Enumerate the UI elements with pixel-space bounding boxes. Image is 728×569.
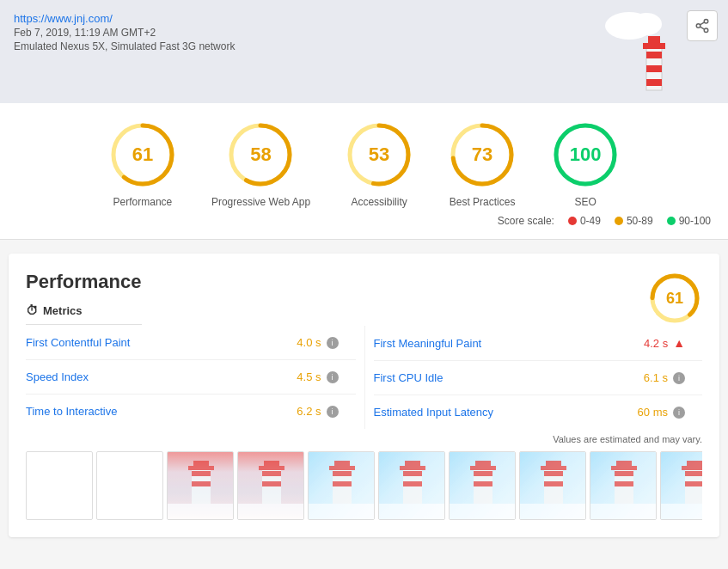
info-icon[interactable]: i xyxy=(673,372,685,384)
svg-rect-73 xyxy=(590,504,657,520)
perf-header: Performance ⏱ Metrics 61 xyxy=(26,271,702,326)
film-frame xyxy=(167,451,234,520)
metric-value: 4.0 s i xyxy=(297,336,338,349)
svg-rect-44 xyxy=(334,461,350,467)
score-item-performance[interactable]: 61 Performance xyxy=(108,120,177,208)
metric-row: First CPU Idle 6.1 s i xyxy=(374,361,703,395)
metric-name[interactable]: Estimated Input Latency xyxy=(374,406,493,419)
film-thumb xyxy=(309,452,374,519)
svg-rect-42 xyxy=(333,481,352,486)
svg-rect-59 xyxy=(450,504,516,520)
metric-row: First Contentful Paint 4.0 s i xyxy=(26,326,356,360)
score-circle-seo: 100 xyxy=(551,120,620,189)
metric-value: 6.2 s i xyxy=(297,405,338,418)
svg-rect-35 xyxy=(262,481,281,486)
scores-row: 61 Performance 58 Progressive Web App 53… xyxy=(0,120,728,208)
film-frame xyxy=(26,451,93,520)
film-thumb xyxy=(590,452,656,519)
svg-rect-28 xyxy=(192,481,211,486)
film-frame xyxy=(449,451,516,520)
film-thumb xyxy=(520,452,585,519)
metric-row: Estimated Input Latency 60 ms i xyxy=(374,395,703,429)
svg-rect-4 xyxy=(646,65,662,72)
score-label-seo: SEO xyxy=(574,196,596,208)
scale-green: 90-100 xyxy=(667,215,711,227)
share-button[interactable] xyxy=(687,10,718,41)
svg-rect-76 xyxy=(685,471,702,476)
metric-name[interactable]: First Contentful Paint xyxy=(26,336,130,349)
svg-rect-38 xyxy=(238,504,304,520)
score-circle-performance: 61 xyxy=(108,120,177,189)
svg-rect-62 xyxy=(544,471,563,476)
svg-point-1 xyxy=(631,13,662,35)
score-item-seo[interactable]: 100 SEO xyxy=(551,120,620,208)
svg-rect-34 xyxy=(262,471,281,476)
scale-red: 0-49 xyxy=(568,215,601,227)
score-item-accessibility[interactable]: 53 Accessibility xyxy=(345,120,413,208)
metric-name[interactable]: Speed Index xyxy=(26,370,89,383)
svg-rect-69 xyxy=(615,471,633,476)
svg-rect-51 xyxy=(405,461,420,467)
svg-rect-5 xyxy=(646,79,662,86)
score-label-performance: Performance xyxy=(113,196,173,208)
svg-line-12 xyxy=(700,22,704,25)
svg-rect-63 xyxy=(544,481,563,486)
metric-name[interactable]: Time to Interactive xyxy=(26,405,117,418)
svg-point-8 xyxy=(704,20,708,24)
film-frame xyxy=(237,451,304,520)
perf-left: Performance ⏱ Metrics xyxy=(26,271,142,325)
score-circle-accessibility: 53 xyxy=(345,120,413,189)
film-thumb xyxy=(379,452,444,519)
score-num-pwa: 58 xyxy=(250,144,271,166)
score-num-best_practices: 73 xyxy=(472,144,492,166)
score-item-best_practices[interactable]: 73 Best Practices xyxy=(448,120,517,208)
score-num-seo: 100 xyxy=(570,144,602,166)
scale-green-label: 90-100 xyxy=(679,215,711,227)
green-dot xyxy=(667,217,676,225)
svg-rect-3 xyxy=(646,52,662,58)
svg-rect-72 xyxy=(616,461,632,467)
svg-rect-52 xyxy=(379,504,445,520)
svg-rect-30 xyxy=(193,461,209,467)
score-label-accessibility: Accessibility xyxy=(351,196,407,208)
metric-row: Speed Index 4.5 s i xyxy=(26,360,356,395)
svg-point-9 xyxy=(696,24,700,28)
svg-rect-31 xyxy=(168,504,234,520)
info-icon[interactable]: i xyxy=(327,371,339,383)
score-label-best_practices: Best Practices xyxy=(450,196,516,208)
stopwatch-icon: ⏱ xyxy=(26,303,38,317)
metric-name[interactable]: First Meaningful Paint xyxy=(374,337,482,350)
svg-rect-56 xyxy=(474,481,492,486)
film-thumb xyxy=(661,452,702,519)
metric-name[interactable]: First CPU Idle xyxy=(374,371,444,384)
scale-orange-label: 50-89 xyxy=(627,215,653,227)
info-icon[interactable]: i xyxy=(327,406,339,418)
svg-rect-27 xyxy=(192,471,211,476)
right-metrics: First Meaningful Paint 4.2 s ▲ First CPU… xyxy=(364,326,703,429)
header: https://www.jnj.com/ Feb 7, 2019, 11:19 … xyxy=(0,0,728,103)
film-frame xyxy=(660,451,702,520)
metric-row: Time to Interactive 6.2 s i xyxy=(26,395,356,428)
score-circle-pwa: 58 xyxy=(226,120,295,189)
orange-dot xyxy=(615,217,623,225)
metrics-grid: First Contentful Paint 4.0 s i Speed Ind… xyxy=(26,326,702,429)
metric-value: 6.1 s i xyxy=(644,371,685,384)
metrics-label: ⏱ Metrics xyxy=(26,303,142,325)
metrics-text: Metrics xyxy=(43,304,83,317)
film-thumb xyxy=(238,452,303,519)
info-icon[interactable]: i xyxy=(673,407,685,419)
svg-rect-66 xyxy=(520,504,586,520)
svg-rect-7 xyxy=(648,36,660,43)
perf-score-circle: 61 xyxy=(647,271,702,326)
svg-rect-6 xyxy=(643,43,665,49)
site-url[interactable]: https://www.jnj.com/ xyxy=(14,12,113,25)
info-icon[interactable]: i xyxy=(327,337,339,349)
film-thumb xyxy=(168,452,233,519)
film-thumb xyxy=(450,452,515,519)
film-frame xyxy=(96,451,163,520)
score-circle-best_practices: 73 xyxy=(448,120,517,189)
svg-rect-70 xyxy=(615,481,633,486)
scores-panel: 61 Performance 58 Progressive Web App 53… xyxy=(0,103,728,240)
metric-value: 60 ms i xyxy=(638,406,685,419)
score-item-pwa[interactable]: 58 Progressive Web App xyxy=(211,120,310,208)
